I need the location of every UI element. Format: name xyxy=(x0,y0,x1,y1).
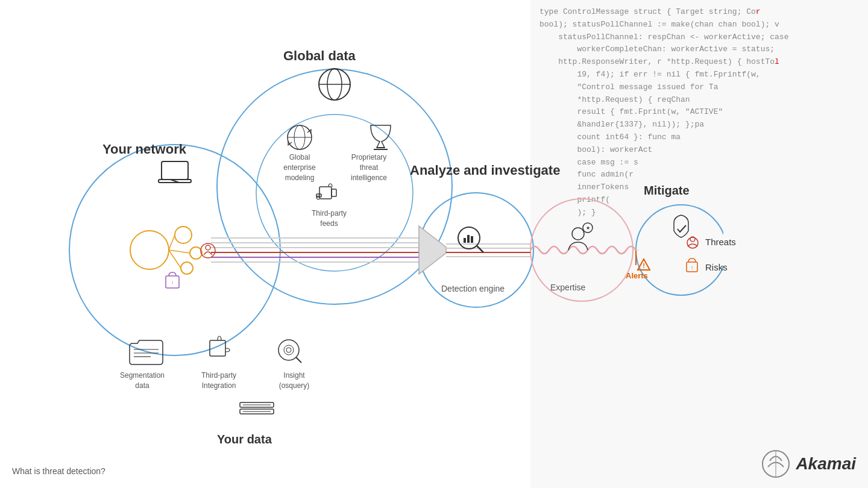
expertise-label: Expertise xyxy=(550,282,585,294)
svg-point-27 xyxy=(190,247,202,259)
threats-label: Threats xyxy=(705,237,736,247)
svg-rect-22 xyxy=(162,161,188,180)
bottom-question: What is threat detection? xyxy=(12,466,105,476)
global-enterprise-label: Globalenterprisemodeling xyxy=(275,152,324,183)
third-party-integration-label: Third-partyIntegration xyxy=(195,371,243,391)
your-network-title: Your network xyxy=(102,142,186,157)
akamai-logo: Akamai xyxy=(761,449,856,479)
svg-text:★: ★ xyxy=(586,225,590,231)
diagram-svg: ! ! ★ xyxy=(0,0,723,488)
svg-rect-51 xyxy=(471,236,473,243)
your-data-label: Your data xyxy=(217,433,272,446)
svg-line-30 xyxy=(169,250,190,253)
svg-point-52 xyxy=(572,228,584,240)
svg-point-63 xyxy=(278,340,299,360)
svg-line-48 xyxy=(477,246,483,252)
svg-text:!: ! xyxy=(691,265,693,271)
svg-point-26 xyxy=(175,227,192,243)
proprietary-threat-label: Proprietary threat intelligence xyxy=(345,152,393,183)
svg-point-5 xyxy=(636,205,723,295)
analyze-title: Analyze and investigate xyxy=(410,163,560,178)
alerts-label: Alerts xyxy=(626,271,648,280)
svg-rect-49 xyxy=(464,238,466,243)
risks-label: Risks xyxy=(705,262,728,272)
svg-rect-50 xyxy=(467,235,470,243)
svg-rect-45 xyxy=(332,189,336,196)
svg-text:!: ! xyxy=(172,280,173,286)
akamai-logo-icon xyxy=(761,449,791,479)
akamai-logo-text: Akamai xyxy=(796,454,856,474)
svg-point-66 xyxy=(286,348,291,352)
mitigate-title: Mitigate xyxy=(644,184,690,198)
segmentation-data-label: Segmentationdata xyxy=(118,371,166,391)
svg-point-25 xyxy=(130,231,169,269)
third-party-feeds-label: Third-partyfeeds xyxy=(305,208,353,229)
svg-point-33 xyxy=(206,245,210,250)
svg-line-64 xyxy=(296,357,301,363)
svg-point-65 xyxy=(284,345,294,355)
svg-point-55 xyxy=(687,237,698,248)
detection-engine-label: Detection engine xyxy=(441,283,505,295)
insight-label: Insight(osquery) xyxy=(270,371,318,391)
svg-point-1 xyxy=(217,69,452,304)
svg-point-0 xyxy=(69,145,280,355)
svg-point-28 xyxy=(181,262,193,274)
global-data-title: Global data xyxy=(283,48,356,64)
svg-text:!: ! xyxy=(643,262,645,269)
svg-line-29 xyxy=(169,235,175,250)
svg-line-31 xyxy=(169,250,181,268)
